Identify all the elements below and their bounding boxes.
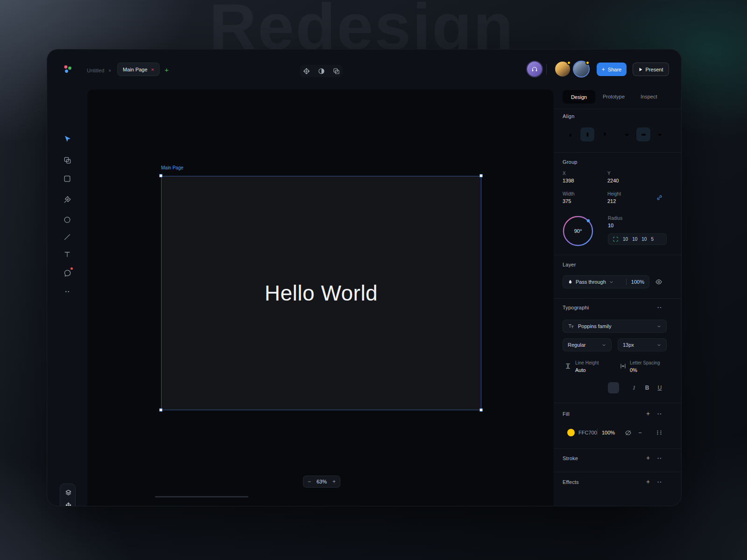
tab-untitled[interactable]: Untitled ×: [87, 68, 111, 73]
layers-icon[interactable]: [64, 489, 72, 496]
section-divider: [554, 448, 682, 449]
fill-more-button[interactable]: ..: [657, 409, 662, 416]
effects-more-button[interactable]: ..: [657, 477, 662, 484]
inspector-panel: Design Prototype Inspect Align: [554, 89, 682, 506]
comment-tool-icon[interactable]: [61, 266, 74, 280]
present-button-label: Present: [646, 67, 663, 72]
voice-call-avatar[interactable]: [527, 62, 542, 77]
radius-value[interactable]: 10: [608, 223, 613, 228]
move-tool-icon[interactable]: [61, 133, 74, 146]
share-button[interactable]: + Share: [597, 63, 627, 76]
x-value[interactable]: 1398: [563, 178, 574, 183]
selection-handle[interactable]: [479, 174, 483, 177]
text-tool-icon[interactable]: [61, 248, 74, 261]
text-align-center-button[interactable]: [578, 382, 590, 393]
add-tab-button[interactable]: +: [162, 65, 171, 74]
align-left-button[interactable]: [619, 127, 633, 141]
selection-handle[interactable]: [159, 408, 162, 412]
group-section-title: Group: [563, 159, 578, 165]
rotation-dial[interactable]: 90°: [562, 215, 594, 247]
text-align-justify-button[interactable]: [608, 382, 619, 393]
grid-diamond-icon[interactable]: [302, 67, 310, 75]
app-window: Untitled × Main Page × +: [47, 49, 682, 506]
stroke-section-title: Stroke: [563, 455, 578, 461]
selection-handle[interactable]: [159, 174, 162, 177]
corner-radius-tr[interactable]: 10: [632, 237, 637, 242]
shape-tool-icon[interactable]: [61, 172, 74, 185]
align-vertical-center-button[interactable]: [580, 127, 594, 141]
fill-color-swatch[interactable]: [567, 429, 575, 436]
zoom-in-button[interactable]: +: [332, 478, 336, 485]
line-height-value[interactable]: Auto: [575, 367, 586, 373]
y-value[interactable]: 2240: [607, 178, 619, 183]
zoom-out-button[interactable]: −: [308, 478, 311, 485]
corner-radius-bl[interactable]: 5: [651, 237, 654, 242]
pen-tool-icon[interactable]: [61, 193, 74, 206]
fill-opacity-value[interactable]: 100%: [602, 430, 615, 435]
section-divider: [554, 403, 682, 403]
height-value[interactable]: 212: [607, 198, 616, 204]
tab-main-page[interactable]: Main Page ×: [117, 63, 160, 76]
width-label: Width: [563, 191, 575, 196]
typography-more-button[interactable]: ..: [657, 303, 662, 309]
close-icon[interactable]: ×: [151, 67, 154, 72]
add-stroke-button[interactable]: +: [646, 454, 650, 462]
layer-opacity-value[interactable]: 100%: [631, 279, 644, 285]
dots-grid-icon[interactable]: [655, 428, 663, 437]
bold-button[interactable]: B: [641, 382, 653, 393]
add-fill-button[interactable]: +: [646, 410, 650, 417]
underline-button[interactable]: U: [654, 382, 665, 393]
font-size-value: 13px: [623, 342, 634, 348]
align-right-button[interactable]: [653, 127, 667, 141]
tab-main-page-label: Main Page: [123, 67, 148, 72]
chevron-down-icon: [656, 343, 662, 348]
vector-grid-icon[interactable]: [64, 501, 72, 506]
font-size-select[interactable]: 13px: [618, 338, 667, 351]
italic-button[interactable]: I: [628, 382, 640, 393]
width-value[interactable]: 375: [563, 198, 571, 204]
zoom-level[interactable]: 63%: [317, 479, 327, 484]
tab-inspect[interactable]: Inspect: [641, 94, 657, 99]
text-align-right-button[interactable]: [591, 382, 602, 393]
add-effect-button[interactable]: +: [646, 478, 650, 485]
selected-frame[interactable]: Hello World: [161, 176, 481, 410]
tab-prototype[interactable]: Prototype: [603, 94, 625, 99]
align-horizontal-center-button[interactable]: [636, 127, 650, 141]
ellipse-tool-icon[interactable]: [61, 213, 74, 226]
selection-handle[interactable]: [479, 408, 483, 412]
align-top-button[interactable]: [563, 127, 577, 141]
frame-text[interactable]: Hello World: [265, 280, 378, 306]
frame-name-label[interactable]: Main Page: [161, 165, 183, 170]
corner-radius-br[interactable]: 10: [641, 237, 647, 242]
frame-tool-icon[interactable]: [61, 154, 74, 167]
canvas[interactable]: Main Page Hello World − 63% +: [87, 89, 554, 506]
close-icon[interactable]: ×: [108, 68, 111, 73]
blend-mode-select[interactable]: Pass through 100%: [563, 275, 649, 288]
horizontal-scrollbar[interactable]: [155, 496, 248, 497]
tab-design[interactable]: Design: [563, 90, 595, 104]
font-weight-value: Regular: [568, 342, 586, 348]
align-bottom-button[interactable]: [598, 127, 612, 141]
link-icon[interactable]: [655, 193, 664, 202]
corner-radius-tl[interactable]: 10: [623, 237, 628, 242]
fill-hex-value[interactable]: FFC700: [578, 430, 597, 435]
eye-icon[interactable]: [654, 277, 663, 287]
letter-spacing-value[interactable]: 0%: [630, 367, 637, 373]
chevron-down-icon: [609, 280, 614, 285]
line-tool-icon[interactable]: [61, 231, 74, 244]
topbar-divider: [546, 64, 547, 75]
app-logo[interactable]: [61, 63, 74, 76]
present-button[interactable]: Present: [633, 63, 669, 76]
duplicate-icon[interactable]: [332, 67, 340, 75]
collaborator-avatar[interactable]: [555, 62, 570, 77]
remove-fill-button[interactable]: −: [636, 427, 644, 438]
contrast-icon[interactable]: [317, 67, 325, 75]
font-family-select[interactable]: Poppins family: [563, 320, 667, 333]
corner-radius-icon[interactable]: [613, 236, 619, 242]
collaborator-avatar[interactable]: [574, 62, 589, 77]
text-align-left-button[interactable]: [565, 382, 577, 393]
stroke-more-button[interactable]: ..: [657, 454, 662, 460]
font-weight-select[interactable]: Regular: [563, 338, 612, 351]
more-tools-icon[interactable]: [61, 285, 74, 298]
eye-off-icon[interactable]: [624, 428, 632, 437]
